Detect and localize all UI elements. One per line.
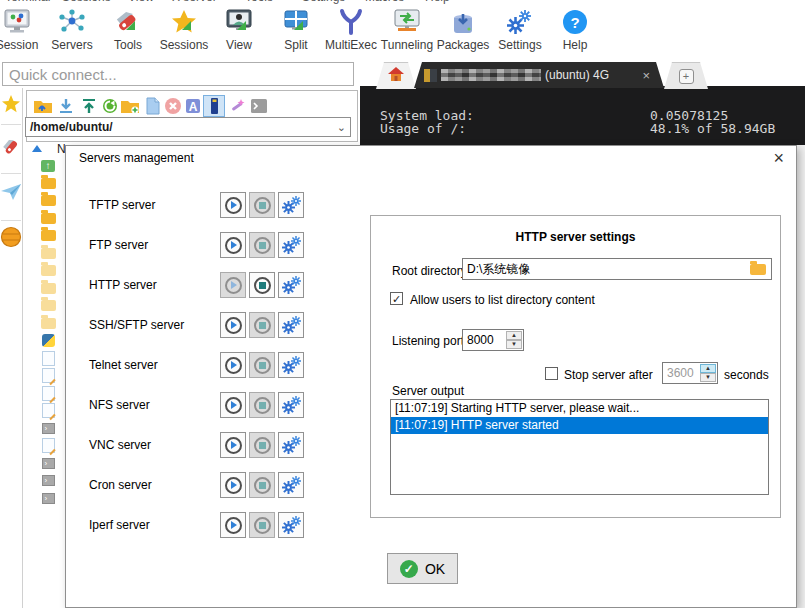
toolbar-tools[interactable]: Tools — [100, 7, 156, 57]
quick-connect-input[interactable] — [2, 62, 354, 86]
parent-folder-icon[interactable] — [33, 96, 53, 116]
start-server-button[interactable] — [220, 432, 246, 458]
stop-server-button[interactable] — [249, 312, 275, 338]
output-line[interactable]: [11:07:19] HTTP server started — [391, 417, 768, 434]
stop-after-checkbox[interactable] — [545, 367, 558, 380]
start-server-button[interactable] — [220, 272, 246, 298]
tools-knife-icon[interactable] — [0, 136, 22, 158]
tab-home[interactable] — [376, 62, 416, 89]
macros-plane-icon[interactable] — [0, 182, 22, 202]
server-settings-button[interactable] — [278, 272, 304, 298]
console-icon[interactable]: › — [40, 456, 56, 471]
allow-list-checkbox[interactable]: ✓ — [390, 292, 403, 305]
download-icon[interactable] — [56, 96, 76, 116]
start-server-button[interactable] — [220, 232, 246, 258]
globe-icon[interactable] — [0, 226, 22, 248]
menu-view[interactable]: View — [128, 0, 154, 4]
browse-folder-icon[interactable] — [750, 264, 766, 275]
stop-server-button[interactable] — [249, 352, 275, 378]
tab-close-icon[interactable]: × — [642, 68, 650, 83]
folder-pale-icon[interactable] — [40, 246, 56, 261]
toolbar-packages[interactable]: Packages — [435, 7, 491, 57]
folder-pale-icon[interactable] — [40, 263, 56, 278]
toolbar-settings[interactable]: Settings — [492, 7, 548, 57]
info-panel-icon[interactable] — [203, 95, 225, 117]
sort-ascending-icon[interactable] — [32, 145, 42, 152]
spinner-arrows[interactable]: ▲▼ — [506, 330, 523, 350]
new-file-icon[interactable] — [143, 96, 163, 116]
console-icon[interactable]: › — [40, 491, 56, 506]
file-edit-icon[interactable] — [40, 386, 56, 401]
stop-server-button[interactable] — [249, 392, 275, 418]
file-edit-icon[interactable] — [40, 438, 56, 453]
listening-port-spinner[interactable]: 8000 ▲▼ — [462, 329, 524, 351]
folder-pale-icon[interactable] — [40, 298, 56, 313]
server-settings-button[interactable] — [278, 512, 304, 538]
toolbar-view[interactable]: View — [211, 7, 267, 57]
toolbar-split[interactable]: Split — [268, 7, 324, 57]
stop-server-button[interactable] — [249, 192, 275, 218]
server-settings-button[interactable] — [278, 392, 304, 418]
start-server-button[interactable] — [220, 352, 246, 378]
file-edit-icon[interactable] — [40, 368, 56, 383]
server-settings-button[interactable] — [278, 312, 304, 338]
folder-icon[interactable] — [40, 211, 56, 226]
folder-pale-icon[interactable] — [40, 281, 56, 296]
stop-server-button[interactable] — [249, 432, 275, 458]
python-file-icon[interactable] — [40, 333, 56, 348]
folder-icon[interactable] — [40, 228, 56, 243]
wand-icon[interactable] — [227, 96, 247, 116]
file-edit-icon[interactable] — [40, 403, 56, 418]
new-tab-button[interactable]: + — [664, 62, 708, 89]
stop-server-button[interactable] — [249, 272, 275, 298]
menu-sessions[interactable]: Sessions — [62, 0, 111, 4]
console-icon[interactable]: › — [40, 421, 56, 436]
tab-session-active[interactable]: (ubuntu) 4G × — [414, 62, 664, 88]
stop-server-button[interactable] — [249, 472, 275, 498]
toolbar-sessions[interactable]: Sessions — [156, 7, 212, 57]
server-settings-button[interactable] — [278, 192, 304, 218]
start-server-button[interactable] — [220, 392, 246, 418]
new-folder-icon[interactable] — [120, 96, 140, 116]
folder-pale-icon[interactable] — [40, 316, 56, 331]
menu-settings[interactable]: Settings — [302, 0, 345, 4]
folder-icon[interactable] — [40, 193, 56, 208]
ok-button[interactable]: ✓ OK — [387, 553, 458, 584]
server-settings-button[interactable] — [278, 352, 304, 378]
root-directory-input[interactable]: D:\系统镜像 — [462, 258, 772, 280]
path-dropdown[interactable]: /home/ubuntu/ ⌄ — [25, 117, 351, 137]
start-server-button[interactable] — [220, 192, 246, 218]
menu-x-server[interactable]: X server — [172, 0, 217, 4]
refresh-icon[interactable] — [100, 96, 120, 116]
star-icon[interactable] — [0, 94, 22, 114]
terminal-output[interactable]: System load:0.05078125Usage of /:48.1% o… — [360, 86, 805, 145]
delete-icon[interactable] — [163, 96, 183, 116]
spinner-arrows[interactable]: ▲▼ — [700, 363, 717, 383]
output-line[interactable]: [11:07:19] Starting HTTP server, please … — [391, 400, 768, 417]
server-settings-button[interactable] — [278, 232, 304, 258]
console-icon[interactable]: › — [40, 473, 56, 488]
menu-help[interactable]: Help — [425, 0, 450, 4]
file-icon[interactable] — [40, 351, 56, 366]
terminal-icon[interactable] — [249, 96, 269, 116]
folder-icon[interactable] — [40, 176, 56, 191]
toolbar-servers[interactable]: Servers — [44, 7, 100, 57]
menu-macros[interactable]: Macros — [365, 0, 404, 4]
start-server-button[interactable] — [220, 472, 246, 498]
start-server-button[interactable] — [220, 512, 246, 538]
up-green-icon[interactable]: ↑ — [40, 158, 56, 173]
upload-icon[interactable] — [79, 96, 99, 116]
toolbar-session[interactable]: Session — [0, 7, 45, 57]
toolbar-help[interactable]: ?Help — [547, 7, 603, 57]
dialog-close-icon[interactable]: × — [773, 148, 784, 169]
server-output-list[interactable]: [11:07:19] Starting HTTP server, please … — [390, 399, 769, 495]
stop-server-button[interactable] — [249, 232, 275, 258]
stop-after-spinner[interactable]: 3600 ▲▼ — [662, 362, 718, 384]
menu-terminal[interactable]: Terminal — [5, 0, 50, 4]
start-server-button[interactable] — [220, 312, 246, 338]
rename-icon[interactable]: A — [183, 96, 203, 116]
server-settings-button[interactable] — [278, 472, 304, 498]
stop-server-button[interactable] — [249, 512, 275, 538]
toolbar-multiexec[interactable]: MultiExec — [323, 7, 379, 57]
server-settings-button[interactable] — [278, 432, 304, 458]
